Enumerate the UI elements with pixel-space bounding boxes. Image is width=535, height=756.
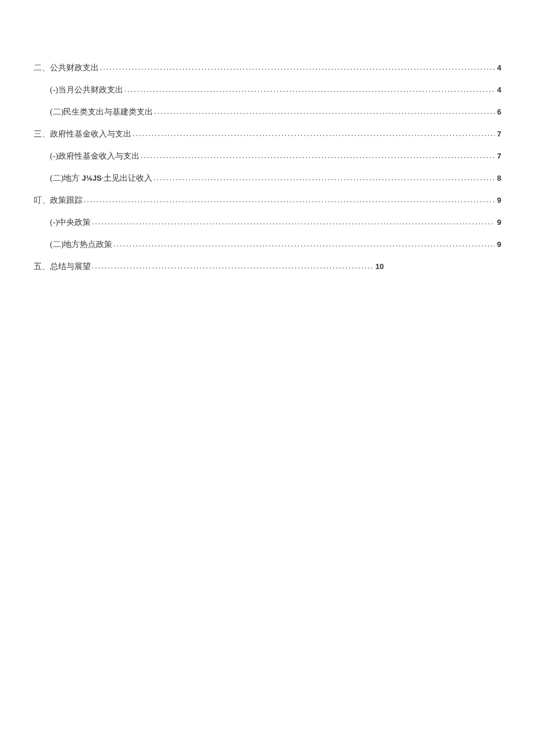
toc-entry-section-4-2: (二)地方热点政策 9: [34, 239, 501, 250]
toc-leader: [92, 217, 495, 227]
toc-page-number: 4: [496, 85, 501, 94]
toc-page-number: 6: [496, 108, 501, 116]
toc-leader: [154, 173, 494, 182]
toc-entry-section-5: 五、总结与展望 10: [34, 261, 384, 272]
toc-entry-section-4-1: (-)中央政策 9: [34, 217, 501, 228]
toc-entry-section-3-2: (二)地方 J⅛JS·土见出让收入 8: [34, 173, 501, 184]
toc-title: (二)民生类支出与基建类支出: [50, 107, 153, 117]
toc-title: 五、总结与展望: [34, 261, 91, 272]
toc-leader: [84, 195, 495, 205]
toc-leader: [113, 239, 494, 249]
toc-title: 二、公共财政支出: [34, 63, 99, 73]
table-of-contents: 二、公共财政支出 4 (-)当月公共财政支出 4 (二)民生类支出与基建类支出 …: [34, 63, 501, 272]
toc-page-number: 9: [496, 196, 501, 205]
toc-page-number: 7: [496, 130, 501, 138]
toc-leader: [92, 261, 373, 271]
toc-title: (-)政府性基金收入与支出: [50, 151, 140, 162]
toc-entry-section-2: 二、公共财政支出 4: [34, 63, 501, 73]
toc-page-number: 7: [496, 152, 501, 160]
toc-leader: [133, 129, 495, 138]
toc-title: (二)地方 J⅛JS·土见出让收入: [50, 173, 152, 184]
toc-entry-section-2-1: (-)当月公共财政支出 4: [34, 85, 501, 95]
toc-entry-section-3-1: (-)政府性基金收入与支出 7: [34, 151, 501, 162]
toc-page-number: 8: [496, 174, 501, 182]
toc-leader: [124, 85, 495, 94]
toc-title: (二)地方热点政策: [50, 239, 112, 250]
toc-leader: [141, 151, 495, 160]
toc-title: (-)中央政策: [50, 217, 91, 228]
toc-page-number: 9: [496, 218, 501, 227]
toc-page-number: 9: [496, 240, 501, 249]
toc-entry-section-3: 三、政府性基金收入与支出 7: [34, 129, 501, 139]
toc-page-number: 10: [374, 262, 384, 271]
toc-entry-section-4: 叮、政策跟踪 9: [34, 195, 501, 206]
toc-entry-section-2-2: (二)民生类支出与基建类支出 6: [34, 107, 501, 117]
toc-leader: [100, 63, 495, 72]
toc-title: (-)当月公共财政支出: [50, 85, 123, 95]
toc-title: 叮、政策跟踪: [34, 195, 83, 206]
toc-leader: [154, 107, 494, 116]
toc-title: 三、政府性基金收入与支出: [34, 129, 131, 139]
toc-page-number: 4: [496, 63, 501, 72]
